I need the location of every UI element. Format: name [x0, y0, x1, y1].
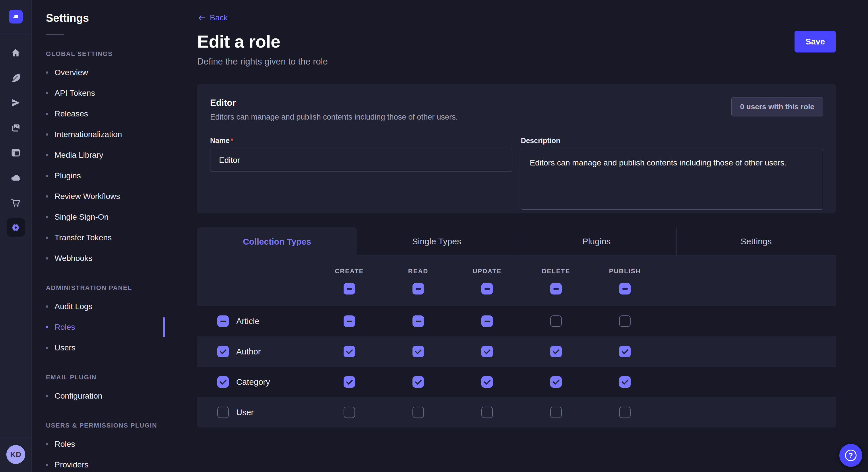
title-row: Edit a role Save [197, 31, 836, 53]
section-label: GLOBAL SETTINGS [32, 50, 165, 58]
subnav-item-media-library[interactable]: Media Library [32, 145, 165, 165]
subnav-item-overview[interactable]: Overview [32, 62, 165, 83]
subnav-item-review-workflows[interactable]: Review Workflows [32, 186, 165, 207]
column-read: READ [384, 268, 453, 295]
content-manager-layout-icon[interactable] [7, 143, 25, 162]
tab-collection-types[interactable]: Collection Types [197, 227, 357, 256]
checkbox-author-delete[interactable] [550, 346, 562, 357]
role-fields: Name* Description Editors can manage and… [210, 136, 823, 211]
checkbox-user-delete[interactable] [550, 407, 562, 418]
permissions-header-row: CREATE READ UPDATE DELETE PUBLISH [197, 256, 836, 306]
table-row-category: Category [197, 367, 836, 397]
checkbox-user-create[interactable] [344, 407, 355, 418]
rail-divider [0, 33, 32, 33]
tab-single-types[interactable]: Single Types [357, 227, 516, 256]
column-update: UPDATE [453, 268, 522, 295]
subnav-item-releases[interactable]: Releases [32, 103, 165, 124]
checkbox-article-delete[interactable] [550, 315, 562, 327]
column-delete: DELETE [522, 268, 590, 295]
subnav-item-internationalization[interactable]: Internationalization [32, 124, 165, 145]
subnav-item-roles-up[interactable]: Roles [32, 434, 165, 454]
checkbox-user-publish[interactable] [619, 407, 631, 418]
role-name-input[interactable] [210, 149, 513, 172]
bullet-icon [46, 216, 48, 218]
section-users-permissions-plugin: USERS & PERMISSIONS PLUGIN Roles Provide… [32, 422, 165, 472]
strapi-logo-glyph [11, 12, 20, 21]
checkbox-category-read[interactable] [412, 376, 424, 388]
checkbox-author-create[interactable] [344, 346, 355, 357]
bullet-icon [46, 154, 48, 156]
checkbox-category-all[interactable] [217, 376, 229, 388]
checkbox-all-create[interactable] [344, 283, 355, 295]
checkbox-author-update[interactable] [482, 346, 493, 357]
checkbox-article-all[interactable] [217, 315, 229, 327]
column-publish: PUBLISH [590, 268, 659, 295]
checkbox-category-delete[interactable] [550, 376, 562, 388]
subnav-item-audit-logs[interactable]: Audit Logs [32, 296, 165, 317]
subnav-item-single-sign-on[interactable]: Single Sign-On [32, 207, 165, 227]
subnav-item-users[interactable]: Users [32, 338, 165, 358]
back-link[interactable]: Back [197, 13, 228, 22]
checkbox-author-publish[interactable] [619, 346, 631, 357]
subnav-item-api-tokens[interactable]: API Tokens [32, 83, 165, 103]
section-global-settings: GLOBAL SETTINGS Overview API Tokens Rele… [32, 50, 165, 269]
name-field-group: Name* [210, 136, 513, 211]
subnav-item-providers[interactable]: Providers [32, 454, 165, 472]
bullet-icon [46, 395, 48, 397]
checkbox-author-read[interactable] [412, 346, 424, 357]
permissions-card: Collection Types Single Types Plugins Se… [197, 227, 836, 428]
help-button[interactable]: ? [839, 444, 862, 467]
bullet-icon [46, 464, 48, 466]
bullet-icon [46, 195, 48, 198]
row-label: Article [236, 316, 259, 326]
table-row-user: User [197, 397, 836, 428]
description-label: Description [521, 136, 823, 145]
tab-plugins[interactable]: Plugins [517, 227, 676, 256]
checkbox-article-create[interactable] [344, 315, 355, 327]
name-label: Name* [210, 136, 513, 145]
cloud-icon[interactable] [7, 168, 25, 187]
settings-gear-icon[interactable] [7, 218, 25, 237]
checkbox-all-update[interactable] [482, 283, 493, 295]
checkbox-category-create[interactable] [344, 376, 355, 388]
strapi-logo-icon[interactable] [9, 10, 23, 24]
checkbox-user-read[interactable] [412, 407, 424, 418]
question-mark-icon: ? [845, 450, 857, 461]
subnav-item-plugins[interactable]: Plugins [32, 165, 165, 186]
checkbox-all-publish[interactable] [619, 283, 631, 295]
subnav-item-configuration[interactable]: Configuration [32, 386, 165, 406]
checkbox-user-all[interactable] [217, 407, 229, 418]
section-label: EMAIL PLUGIN [32, 374, 165, 381]
send-plane-icon[interactable] [7, 94, 25, 112]
bullet-icon [46, 92, 48, 94]
users-with-role-button[interactable]: 0 users with this role [732, 97, 823, 116]
checkbox-all-read[interactable] [412, 283, 424, 295]
checkbox-user-update[interactable] [482, 407, 493, 418]
marketplace-cart-icon[interactable] [7, 193, 25, 212]
row-label: Author [236, 347, 260, 357]
bullet-icon [46, 257, 48, 260]
subnav-item-webhooks[interactable]: Webhooks [32, 248, 165, 269]
role-description-input[interactable]: Editors can manage and publish contents … [521, 149, 823, 210]
settings-subnav: Settings GLOBAL SETTINGS Overview API To… [32, 0, 165, 472]
bullet-icon [46, 133, 48, 136]
tab-settings[interactable]: Settings [676, 227, 836, 256]
bullet-icon [46, 443, 48, 445]
content-builder-feather-icon[interactable] [7, 69, 25, 87]
checkbox-category-update[interactable] [482, 376, 493, 388]
user-avatar[interactable]: KD [6, 445, 25, 464]
media-library-icon[interactable] [7, 119, 25, 137]
save-button[interactable]: Save [795, 31, 836, 53]
subnav-item-roles-admin[interactable]: Roles [32, 317, 165, 338]
subnav-title: Settings [32, 0, 165, 24]
checkbox-author-all[interactable] [217, 346, 229, 357]
checkbox-category-publish[interactable] [619, 376, 631, 388]
home-icon[interactable] [7, 43, 25, 62]
page-title: Edit a role [197, 32, 280, 52]
checkbox-article-read[interactable] [412, 315, 424, 327]
subnav-item-transfer-tokens[interactable]: Transfer Tokens [32, 227, 165, 248]
checkbox-article-publish[interactable] [619, 315, 631, 327]
checkbox-all-delete[interactable] [550, 283, 562, 295]
section-email-plugin: EMAIL PLUGIN Configuration [32, 374, 165, 406]
checkbox-article-update[interactable] [482, 315, 493, 327]
